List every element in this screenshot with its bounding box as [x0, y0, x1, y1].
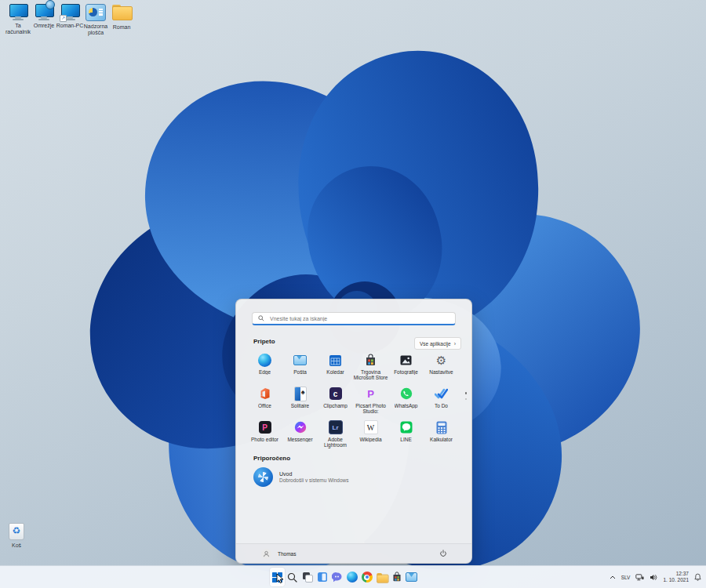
pinned-app-messenger[interactable]: Messenger	[282, 419, 318, 452]
desktop: Ta računalnik Omrežje ↗ Roman-PC Nadzorn…	[0, 0, 706, 588]
app-label: Solitaire	[291, 403, 309, 408]
pinned-app-whatsapp[interactable]: WhatsApp	[388, 385, 424, 419]
search-icon	[258, 315, 264, 321]
pinned-app-mail[interactable]: Pošta	[282, 351, 318, 385]
volume-icon[interactable]	[650, 574, 657, 581]
chrome-taskbar-button[interactable]	[359, 568, 374, 586]
pinned-apps-grid: Edge Pošta Koledar Trgovina Microsoft St…	[247, 351, 459, 452]
edge-icon	[257, 351, 274, 368]
app-label: Pošta	[293, 369, 307, 375]
power-icon[interactable]	[439, 549, 448, 558]
pinned-app-lightroom[interactable]: Lr Adobe Lightroom	[318, 419, 353, 452]
pinned-app-edge[interactable]: Edge	[247, 351, 282, 385]
chat-icon	[332, 572, 343, 583]
app-label: Office	[258, 403, 271, 408]
desktop-icon-label: Koš	[2, 543, 31, 549]
pinned-app-picsart[interactable]: P Picsart Photo Studio: Collage…	[353, 385, 388, 419]
clipchamp-icon: c	[327, 385, 344, 402]
settings-gear-icon: ⚙	[433, 351, 450, 368]
desktop-icon-folder-roman[interactable]: Roman	[107, 3, 136, 31]
app-label: Trgovina Microsoft Store	[353, 369, 388, 381]
recommended-section-header: Priporočeno	[253, 455, 290, 462]
microsoft-store-icon	[362, 351, 380, 368]
widgets-icon	[317, 572, 328, 583]
pinned-app-todo[interactable]: To Do	[424, 385, 459, 419]
pinned-app-wikipedia[interactable]: W Wikipedia	[353, 419, 388, 452]
taskbar: SLV 12:37 1. 10. 2021	[0, 565, 706, 588]
app-label: Kalkulator	[430, 437, 453, 442]
task-view-button[interactable]	[300, 568, 315, 586]
tray-date: 1. 10. 2021	[663, 577, 689, 583]
lightroom-icon: Lr	[327, 419, 344, 436]
folder-icon	[111, 5, 132, 24]
start-search-box[interactable]	[252, 312, 456, 325]
app-label: To Do	[435, 403, 448, 408]
network-icon	[34, 3, 54, 22]
recycle-bin-icon: ♻	[6, 523, 27, 542]
mail-taskbar-button[interactable]	[404, 568, 419, 586]
photos-icon	[398, 351, 415, 368]
chrome-icon	[362, 572, 373, 583]
recommended-item-uvod[interactable]: Uvod Dobrodošli v sistemu Windows	[253, 467, 349, 487]
recommended-item-title: Uvod	[279, 471, 349, 477]
app-label: Koledar	[326, 369, 344, 375]
desktop-icon-recycle-bin[interactable]: ♻ Koš	[2, 522, 31, 549]
control-panel-icon	[86, 4, 106, 23]
start-menu: Pripeto Vse aplikacije › Edge Pošta Kole…	[235, 299, 472, 564]
app-label: Photo editor	[251, 437, 278, 442]
chat-button[interactable]	[329, 568, 344, 586]
office-icon	[257, 385, 274, 402]
start-menu-user-bar: Thomas	[236, 543, 471, 563]
pinned-app-microsoft-store[interactable]: Trgovina Microsoft Store	[353, 351, 388, 385]
user-avatar-icon[interactable]	[261, 549, 271, 559]
pinned-app-calendar[interactable]: Koledar	[318, 351, 353, 385]
taskbar-search-button[interactable]	[285, 568, 300, 586]
user-name[interactable]: Thomas	[278, 551, 296, 557]
pinned-app-line[interactable]: LINE	[388, 419, 424, 452]
pinned-app-office[interactable]: Office	[247, 385, 282, 419]
solitaire-icon: ♠	[292, 385, 309, 402]
app-label: WhatsApp	[395, 403, 418, 408]
get-started-icon	[253, 467, 273, 487]
app-label: Messenger	[287, 437, 312, 442]
microsoft-store-taskbar-button[interactable]	[389, 568, 404, 586]
start-button-icon	[272, 572, 282, 583]
whatsapp-icon	[398, 385, 415, 402]
pinned-app-calculator[interactable]: Kalkulator	[424, 419, 459, 452]
app-label: LINE	[400, 437, 411, 442]
microsoft-store-icon	[391, 572, 402, 583]
edge-taskbar-button[interactable]	[344, 568, 359, 586]
tray-time: 12:37	[663, 571, 689, 577]
mail-icon	[406, 572, 417, 582]
hidden-icons-chevron[interactable]	[610, 575, 616, 579]
file-explorer-button[interactable]	[374, 568, 389, 586]
app-label: Edge	[259, 369, 271, 375]
file-explorer-icon	[377, 572, 388, 581]
pinned-app-photo-editor[interactable]: P Photo editor	[247, 419, 282, 452]
pinned-app-settings[interactable]: ⚙ Nastavitve	[424, 351, 459, 385]
this-pc-icon	[8, 3, 28, 22]
search-input[interactable]	[268, 315, 444, 322]
system-tray: SLV 12:37 1. 10. 2021	[610, 566, 701, 588]
language-indicator[interactable]: SLV	[621, 575, 631, 580]
line-icon	[398, 419, 415, 436]
network-icon[interactable]	[635, 574, 644, 581]
page-dot-active	[465, 392, 468, 394]
start-button[interactable]	[270, 568, 285, 586]
clock[interactable]: 12:37 1. 10. 2021	[663, 571, 689, 583]
search-icon	[287, 572, 297, 583]
pinned-pages-scrollbar[interactable]	[465, 392, 468, 400]
messenger-icon	[292, 419, 309, 436]
app-label: Adobe Lightroom	[318, 437, 353, 448]
notifications-bell-icon[interactable]	[694, 573, 701, 581]
calculator-icon	[433, 419, 450, 436]
widgets-button[interactable]	[315, 568, 329, 586]
recommended-item-subtitle: Dobrodošli v sistemu Windows	[279, 477, 349, 483]
pinned-app-photos[interactable]: Fotografije	[388, 351, 424, 385]
chevron-right-icon: ›	[454, 341, 456, 347]
pinned-app-solitaire[interactable]: ♠ Solitaire	[282, 385, 318, 419]
remote-pc-icon: ↗	[60, 3, 80, 22]
all-apps-button[interactable]: Vse aplikacije ›	[414, 337, 461, 350]
edge-icon	[347, 572, 358, 583]
pinned-app-clipchamp[interactable]: c Clipchamp	[318, 385, 353, 419]
